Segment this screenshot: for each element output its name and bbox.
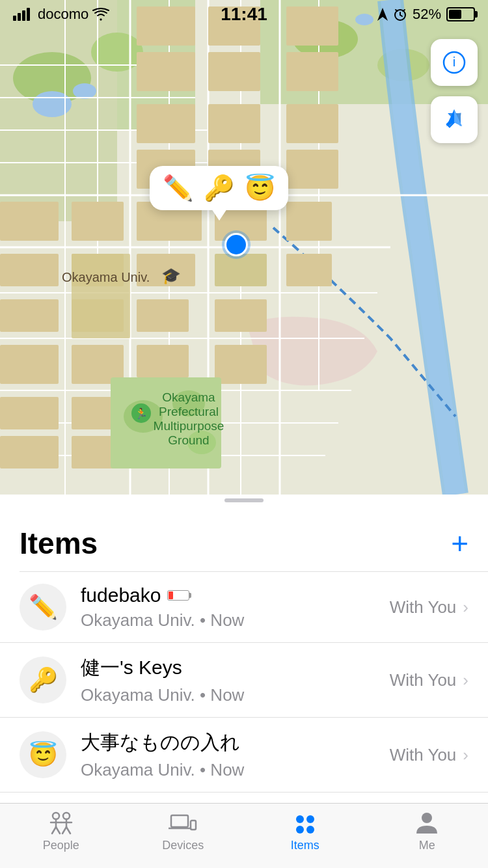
svg-rect-48 xyxy=(0,397,59,429)
svg-rect-52 xyxy=(215,345,267,384)
tab-me-label: Me xyxy=(419,839,435,852)
svg-rect-53 xyxy=(72,254,130,338)
item-info-keys: 健一's Keys Okayama Univ. • Now xyxy=(81,655,390,705)
people-tab-icon xyxy=(47,811,75,835)
tab-people[interactable]: People xyxy=(0,811,122,852)
chevron-right-icon: › xyxy=(463,670,468,690)
popup-key-icon: 🔑 xyxy=(204,174,234,202)
me-tab-icon xyxy=(413,811,441,835)
info-icon: i xyxy=(442,51,466,74)
battery-icon xyxy=(446,7,475,21)
item-icon-keys: 🔑 xyxy=(20,657,66,703)
svg-rect-36 xyxy=(137,345,189,377)
item-name-keys: 健一's Keys xyxy=(81,655,182,681)
tab-devices[interactable]: Devices xyxy=(122,811,245,852)
list-item[interactable]: ✏️ fudebako Okayama Univ. • Now With You… xyxy=(0,572,488,643)
status-bar: docomo 11:41 52% xyxy=(0,0,488,29)
svg-rect-37 xyxy=(215,299,267,332)
svg-point-89 xyxy=(63,813,70,819)
item-location-keys: Okayama Univ. • Now xyxy=(81,685,390,705)
alarm-icon xyxy=(393,7,407,21)
signal-icon xyxy=(13,8,34,21)
tab-bar: People Devices Items Me xyxy=(0,803,488,868)
svg-line-93 xyxy=(66,827,70,834)
svg-rect-69 xyxy=(286,150,338,189)
popup-pencil-icon: ✏️ xyxy=(163,174,193,202)
item-location-bag: Okayama Univ. • Now xyxy=(81,760,390,780)
location-button[interactable] xyxy=(431,96,478,143)
svg-rect-68 xyxy=(286,104,338,143)
tab-people-label: People xyxy=(43,839,79,852)
tab-me[interactable]: Me xyxy=(366,811,489,852)
svg-rect-62 xyxy=(137,104,195,143)
info-button[interactable]: i xyxy=(431,39,478,86)
svg-point-99 xyxy=(296,826,304,834)
svg-rect-61 xyxy=(208,52,260,91)
svg-rect-42 xyxy=(0,254,59,286)
status-time: 11:41 xyxy=(221,4,267,25)
items-title: Items xyxy=(20,526,98,561)
university-icon: 🎓 xyxy=(161,267,181,285)
battery-low-indicator xyxy=(167,590,189,601)
svg-rect-46 xyxy=(0,345,59,384)
park-label: OkayamaPrefecturalMultipurposeGround xyxy=(137,390,241,448)
item-icon-bag: 😇 xyxy=(20,731,66,778)
sheet-handle xyxy=(224,498,264,502)
svg-line-92 xyxy=(62,827,66,834)
item-status-fudebako: With You xyxy=(390,597,457,617)
svg-rect-41 xyxy=(72,202,124,241)
park-icon: 🏃 xyxy=(131,403,151,423)
svg-point-84 xyxy=(53,813,59,819)
current-location-dot xyxy=(224,233,248,256)
item-info-bag: 大事なものの入れ Okayama Univ. • Now xyxy=(81,729,390,780)
svg-rect-35 xyxy=(215,254,267,286)
gps-icon xyxy=(377,8,388,21)
item-status-keys: With You xyxy=(390,670,457,690)
svg-rect-75 xyxy=(18,13,21,21)
status-right: 52% xyxy=(377,6,475,23)
battery-percentage: 52% xyxy=(413,6,441,23)
tab-items[interactable]: Items xyxy=(244,811,366,852)
svg-rect-50 xyxy=(0,436,59,468)
svg-point-101 xyxy=(422,813,432,823)
svg-line-88 xyxy=(56,827,60,834)
items-header: Items + xyxy=(0,508,488,571)
svg-rect-38 xyxy=(286,202,332,241)
carrier-info: docomo xyxy=(13,6,109,23)
tab-items-label: Items xyxy=(291,839,319,852)
list-item[interactable]: 😇 大事なものの入れ Okayama Univ. • Now With You … xyxy=(0,718,488,793)
item-icon-fudebako: ✏️ xyxy=(20,584,66,631)
item-info-fudebako: fudebako Okayama Univ. • Now xyxy=(81,584,390,631)
svg-rect-94 xyxy=(171,815,188,827)
map-popup[interactable]: ✏️ 🔑 😇 xyxy=(150,166,288,210)
wifi-icon xyxy=(92,8,109,21)
svg-rect-40 xyxy=(0,202,59,241)
svg-rect-44 xyxy=(0,299,59,332)
svg-marker-78 xyxy=(377,8,388,21)
svg-rect-74 xyxy=(13,16,16,21)
chevron-right-icon: › xyxy=(463,745,468,765)
add-item-button[interactable]: + xyxy=(451,528,468,558)
svg-line-81 xyxy=(400,15,402,16)
svg-rect-67 xyxy=(286,52,338,91)
svg-rect-60 xyxy=(137,52,195,91)
svg-rect-63 xyxy=(208,104,260,143)
item-name-fudebako: fudebako xyxy=(81,584,161,606)
list-item[interactable]: 🔑 健一's Keys Okayama Univ. • Now With You… xyxy=(0,643,488,718)
svg-rect-34 xyxy=(137,299,189,332)
svg-point-97 xyxy=(296,815,304,823)
items-tab-icon xyxy=(291,811,319,835)
location-icon xyxy=(442,108,466,131)
svg-point-100 xyxy=(306,826,314,834)
svg-rect-76 xyxy=(22,10,25,21)
item-location-fudebako: Okayama Univ. • Now xyxy=(81,610,390,631)
svg-line-87 xyxy=(52,827,56,834)
chevron-right-icon: › xyxy=(463,597,468,617)
svg-rect-39 xyxy=(286,254,332,286)
popup-angel-icon: 😇 xyxy=(245,174,275,202)
svg-point-9 xyxy=(73,83,96,99)
tab-devices-label: Devices xyxy=(162,839,204,852)
svg-rect-96 xyxy=(191,821,196,830)
carrier-name: docomo xyxy=(38,6,88,23)
svg-point-98 xyxy=(306,815,314,823)
